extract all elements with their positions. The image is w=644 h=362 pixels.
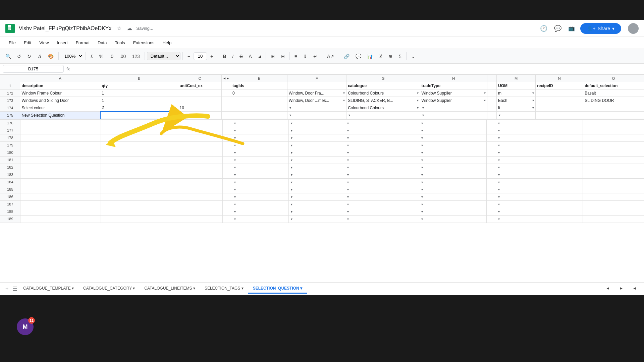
cell-185-12[interactable] [583, 186, 644, 193]
cell-181-1[interactable] [20, 156, 101, 164]
cell-e175[interactable] [231, 112, 287, 119]
cell-h1[interactable]: tradeType [420, 82, 487, 89]
cell-186-8[interactable]: ▾ [419, 193, 486, 200]
cell-185-3[interactable] [179, 186, 222, 193]
cell-188-4[interactable] [222, 208, 232, 215]
cell-184-10[interactable]: ▾ [496, 178, 535, 186]
cell-180-11[interactable] [535, 149, 583, 156]
cell-176-2[interactable] [101, 119, 179, 127]
col-header-c[interactable]: C [178, 75, 221, 82]
cell-182-2[interactable] [101, 164, 179, 171]
cell-c172[interactable] [178, 89, 221, 97]
cell-m172[interactable]: m▾ [497, 89, 536, 97]
cell-b174[interactable]: 2 [100, 104, 178, 112]
col-header-b[interactable]: B [100, 75, 178, 82]
menu-view[interactable]: View [36, 39, 52, 47]
cell-186-3[interactable] [179, 193, 222, 200]
cell-185-9[interactable] [486, 186, 496, 193]
cell-178-11[interactable] [535, 134, 583, 141]
cell-f1[interactable] [287, 82, 346, 89]
text-color-button[interactable]: A [246, 52, 255, 61]
cell-188-7[interactable]: ▾ [345, 208, 419, 215]
cell-187-5[interactable]: ▾ [232, 200, 289, 208]
cell-182-7[interactable]: ▾ [345, 164, 419, 171]
cell-188-1[interactable] [20, 208, 101, 215]
prev-sheet-button[interactable]: ◄ [601, 284, 614, 294]
cell-b175[interactable] [100, 112, 178, 119]
col-header-nav[interactable]: ◄► [221, 75, 231, 82]
cell-184-3[interactable] [179, 178, 222, 186]
wrap-button[interactable]: ↵ [311, 52, 320, 61]
cell-179-8[interactable]: ▾ [419, 141, 486, 149]
cell-e173[interactable] [231, 97, 287, 104]
cell-177-11[interactable] [535, 127, 583, 134]
cell-178-4[interactable] [222, 134, 232, 141]
cell-187-8[interactable]: ▾ [419, 200, 486, 208]
cell-180-3[interactable] [179, 149, 222, 156]
cell-179-12[interactable] [583, 141, 644, 149]
cell-176-12[interactable] [583, 119, 644, 127]
cell-f175[interactable]: ▾ [287, 112, 346, 119]
bold-button[interactable]: B [220, 52, 229, 61]
cell-182-8[interactable]: ▾ [419, 164, 486, 171]
cell-h172[interactable]: Window Supplier▾ [420, 89, 487, 97]
cell-185-4[interactable] [222, 186, 232, 193]
cell-177-5[interactable]: ▾ [232, 127, 289, 134]
cell-m175[interactable]: ▾ [497, 112, 536, 119]
cell-188-9[interactable] [486, 208, 496, 215]
col-header-o[interactable]: O [583, 75, 644, 82]
cell-176-8[interactable]: ▾ [419, 119, 486, 127]
cell-182-3[interactable] [179, 164, 222, 171]
cell-180-1[interactable] [20, 149, 101, 156]
present-icon[interactable]: 📺 [567, 24, 576, 33]
cell-184-5[interactable]: ▾ [232, 178, 289, 186]
cell-181-9[interactable] [486, 156, 496, 164]
cell-183-7[interactable]: ▾ [345, 171, 419, 178]
cell-b172[interactable]: 1 [100, 89, 178, 97]
cell-179-3[interactable] [179, 141, 222, 149]
tab-catalogue-category[interactable]: CATALOGUE_CATEGORY ▾ [78, 284, 140, 294]
cell-184-1[interactable] [20, 178, 101, 186]
cell-179-10[interactable]: ▾ [496, 141, 535, 149]
menu-data[interactable]: Data [94, 39, 110, 47]
cell-o174[interactable] [583, 104, 644, 112]
menu-insert[interactable]: Insert [53, 39, 71, 47]
cell-183-5[interactable]: ▾ [232, 171, 289, 178]
cell-181-7[interactable]: ▾ [345, 156, 419, 164]
cell-179-4[interactable] [222, 141, 232, 149]
cell-180-6[interactable]: ▾ [288, 149, 345, 156]
cell-c175[interactable] [178, 112, 221, 119]
cell-a175[interactable]: New Selection Question [20, 112, 100, 119]
decimal-more-button[interactable]: .00 [117, 52, 128, 61]
cell-180-8[interactable]: ▾ [419, 149, 486, 156]
cell-188-8[interactable]: ▾ [419, 208, 486, 215]
cell-185-2[interactable] [101, 186, 179, 193]
cell-187-3[interactable] [179, 200, 222, 208]
add-sheet-button[interactable]: + [3, 285, 11, 293]
cell-182-12[interactable] [583, 164, 644, 171]
cell-182-11[interactable] [535, 164, 583, 171]
cell-b173[interactable]: 1 [100, 97, 178, 104]
cell-c173[interactable] [178, 97, 221, 104]
currency-button[interactable]: £ [88, 52, 96, 61]
share-button[interactable]: 👤+ Share ▾ [580, 23, 621, 34]
menu-tools[interactable]: Tools [111, 39, 128, 47]
formula-input[interactable] [72, 66, 641, 71]
cell-185-5[interactable]: ▾ [232, 186, 289, 193]
menu-edit[interactable]: Edit [20, 39, 35, 47]
comment-icon[interactable]: 💬 [553, 23, 563, 34]
cell-185-6[interactable]: ▾ [288, 186, 345, 193]
cell-181-4[interactable] [222, 156, 232, 164]
col-header-a[interactable]: A [20, 75, 100, 82]
cell-188-3[interactable] [179, 208, 222, 215]
cell-179-7[interactable]: ▾ [345, 141, 419, 149]
cell-189-6[interactable]: ▾ [288, 215, 345, 223]
undo-button[interactable]: ↺ [14, 52, 24, 61]
cell-n175[interactable] [536, 112, 583, 119]
cell-m1[interactable]: UOM [497, 82, 536, 89]
cell-176-4[interactable] [222, 119, 232, 127]
strikethrough-button[interactable]: S [237, 52, 245, 61]
print-button[interactable]: 🖨 [35, 52, 45, 61]
cell-186-9[interactable] [486, 193, 496, 200]
col-header-f[interactable]: F [287, 75, 346, 82]
